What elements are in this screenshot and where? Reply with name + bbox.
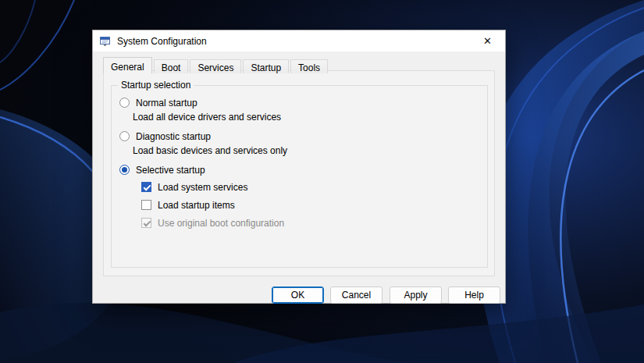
ok-button[interactable]: OK (272, 286, 324, 304)
load-startup-items-checkbox[interactable] (141, 200, 151, 210)
tab-tools[interactable]: Tools (290, 59, 328, 73)
normal-startup-radio[interactable] (119, 98, 130, 108)
diagnostic-startup-radio[interactable] (119, 131, 130, 141)
normal-startup-description: Load all device drivers and services (133, 112, 281, 123)
close-icon: ✕ (483, 35, 492, 47)
tab-strip: General Boot Services Startup Tools (103, 56, 329, 73)
selective-startup-option[interactable]: Selective startup (119, 164, 205, 176)
diagnostic-startup-option[interactable]: Diagnostic startup (119, 130, 211, 142)
help-button[interactable]: Help (448, 286, 500, 304)
use-original-boot-configuration-option: Use original boot configuration (141, 217, 284, 229)
tab-general[interactable]: General (103, 57, 152, 73)
tab-services[interactable]: Services (190, 59, 241, 73)
load-startup-items-label[interactable]: Load startup items (158, 200, 235, 211)
use-original-boot-configuration-label: Use original boot configuration (158, 218, 284, 229)
normal-startup-label[interactable]: Normal startup (136, 98, 197, 109)
use-original-boot-configuration-checkbox (141, 218, 151, 228)
system-configuration-icon (99, 35, 112, 48)
normal-startup-option[interactable]: Normal startup (119, 97, 197, 109)
cancel-button[interactable]: Cancel (330, 286, 382, 304)
titlebar[interactable]: System Configuration (93, 30, 505, 52)
selective-startup-label[interactable]: Selective startup (136, 165, 205, 176)
tab-page-general: Startup selection Normal startup Load al… (103, 70, 495, 276)
system-configuration-window: System Configuration ✕ General Boot Serv… (92, 30, 506, 304)
selective-startup-radio[interactable] (119, 165, 130, 175)
window-title: System Configuration (117, 36, 207, 47)
tab-startup[interactable]: Startup (243, 59, 289, 73)
diagnostic-startup-description: Load basic devices and services only (133, 145, 287, 156)
apply-button[interactable]: Apply (390, 286, 442, 304)
group-label: Startup selection (118, 80, 194, 91)
load-system-services-label[interactable]: Load system services (158, 182, 247, 193)
startup-selection-group: Startup selection Normal startup Load al… (111, 85, 488, 268)
load-system-services-checkbox[interactable] (141, 182, 151, 192)
diagnostic-startup-label[interactable]: Diagnostic startup (136, 131, 211, 142)
tab-boot[interactable]: Boot (154, 59, 189, 73)
load-system-services-option[interactable]: Load system services (141, 181, 247, 193)
close-button[interactable]: ✕ (470, 30, 505, 52)
load-startup-items-option[interactable]: Load startup items (141, 199, 235, 211)
